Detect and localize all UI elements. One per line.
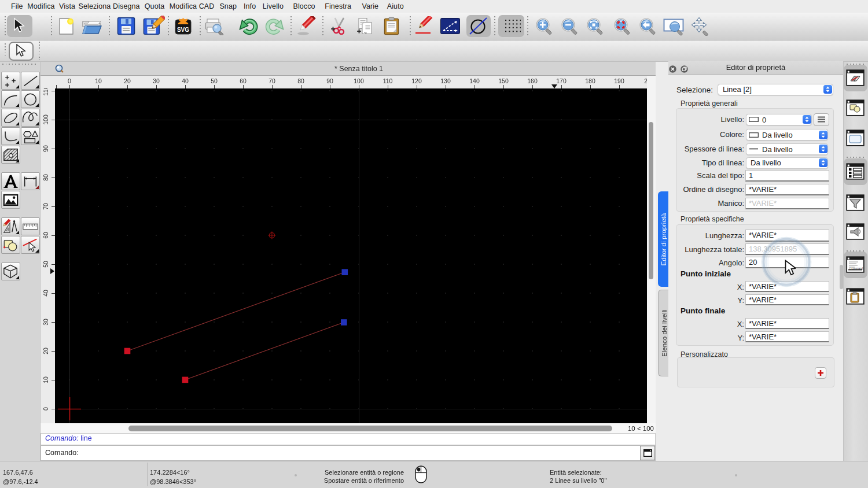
svg-text:c command: c command [849,267,863,270]
svg-text:SVG: SVG [177,27,189,33]
